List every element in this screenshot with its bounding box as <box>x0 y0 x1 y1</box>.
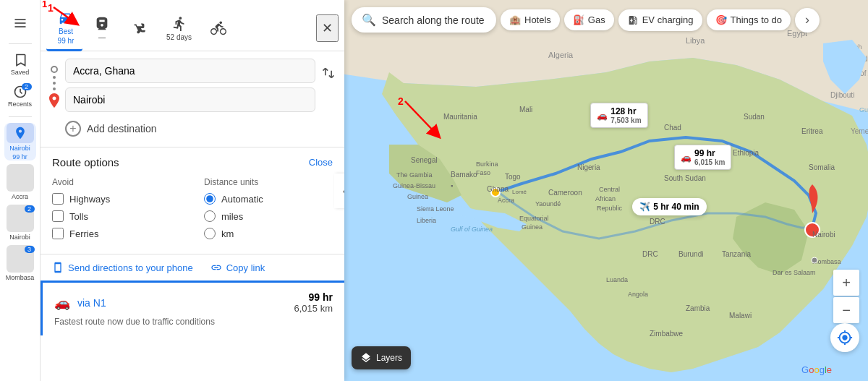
svg-text:Ghana: Ghana <box>487 185 509 193</box>
sidebar-item-mombasa[interactable]: Mombasa 3 <box>4 244 36 282</box>
layers-icon <box>360 352 372 364</box>
distance-miles-label: miles <box>221 211 243 222</box>
more-chips-button[interactable]: › <box>795 8 820 33</box>
distance-automatic-label: Automatic <box>221 194 263 205</box>
sidebar-nairobi-label: Nairobi <box>9 145 30 152</box>
map-background: Algeria Libya Egypt Mauritania Mali Nige… <box>344 0 868 381</box>
distance-km-label: km <box>221 228 234 239</box>
copy-link-button[interactable]: Copy link <box>210 262 265 273</box>
things-to-do-chip[interactable]: 🎯 Things to do <box>707 9 791 30</box>
swap-directions-button[interactable] <box>321 59 336 83</box>
things-label: Things to do <box>731 14 783 25</box>
svg-text:Chad: Chad <box>664 124 681 132</box>
avoid-highways-checkbox[interactable] <box>52 193 64 205</box>
add-destination-button[interactable]: + Add destination <box>65 118 315 140</box>
my-location-button[interactable] <box>830 323 859 352</box>
transport-mode-motorcycle[interactable] <box>122 16 158 40</box>
route-options-close[interactable]: Close <box>309 157 333 168</box>
sidebar-recents-label: Recents <box>8 100 32 108</box>
gas-label: Gas <box>588 14 605 25</box>
flight-duration: 5 hr 40 min <box>653 202 699 212</box>
svg-text:African: African <box>595 195 616 202</box>
collapse-panel-button[interactable]: ‹ <box>334 174 344 208</box>
location-icon <box>837 330 853 346</box>
svg-text:Accra: Accra <box>498 197 514 204</box>
route-distance: 6,015 km <box>294 303 333 314</box>
label2-distance: 6,015 km <box>694 158 725 166</box>
sidebar-item-recents[interactable]: Recents 2 <box>6 82 35 111</box>
svg-text:Lomé: Lomé <box>512 189 527 195</box>
gas-icon: ⛽ <box>573 14 584 25</box>
label2-duration: 99 hr <box>694 148 725 158</box>
avoid-ferries-item[interactable]: Ferries <box>52 228 181 239</box>
svg-text:Algeria: Algeria <box>548 51 574 59</box>
svg-text:Gulf of Aden: Gulf of Aden <box>859 106 868 114</box>
sidebar-accra-label: Accra <box>12 193 28 200</box>
sidebar-item-menu[interactable] <box>6 9 35 38</box>
zoom-in-button[interactable]: + <box>833 270 859 296</box>
sidebar-divider-2 <box>9 116 32 117</box>
sidebar-item-nairobi2[interactable]: Nairobi 2 <box>4 204 36 241</box>
avoid-highways-item[interactable]: Highways <box>52 193 181 205</box>
nairobi2-badge: 2 <box>25 205 35 213</box>
transport-mode-bicycle[interactable] <box>200 16 237 40</box>
distance-column: Distance units Automatic miles km <box>204 177 333 245</box>
google-g2: g <box>820 364 825 375</box>
avoid-tolls-checkbox[interactable] <box>52 210 64 222</box>
sidebar-item-saved[interactable]: Saved <box>6 50 35 79</box>
zoom-out-button[interactable]: − <box>833 297 859 323</box>
svg-text:Libya: Libya <box>686 36 705 45</box>
svg-text:Guinea-Bissau: Guinea-Bissau <box>393 182 435 189</box>
layers-button[interactable]: Layers <box>352 346 411 369</box>
svg-text:Bamako: Bamako <box>451 171 477 179</box>
distance-automatic-item[interactable]: Automatic <box>204 193 333 205</box>
add-icon: + <box>65 121 81 137</box>
origin-input[interactable] <box>65 59 315 83</box>
avoid-ferries-checkbox[interactable] <box>52 228 64 239</box>
send-directions-button[interactable]: Send directions to your phone <box>52 262 193 273</box>
route-description: Fastest route now due to traffic conditi… <box>54 317 333 327</box>
svg-text:Ethiopia: Ethiopia <box>733 149 760 157</box>
distance-automatic-radio[interactable] <box>204 193 216 205</box>
route-dot-2 <box>53 82 56 85</box>
ev-charging-chip[interactable]: EV charging <box>618 9 702 31</box>
svg-text:Malawi: Malawi <box>729 312 752 320</box>
svg-text:Equatorial: Equatorial <box>519 215 549 222</box>
route-result[interactable]: 🚗 via N1 99 hr 6,015 km Fastest route no… <box>41 281 344 335</box>
gas-chip[interactable]: ⛽ Gas <box>564 9 614 30</box>
svg-text:Tanzania: Tanzania <box>722 250 751 258</box>
route-via-label: via N1 <box>77 297 106 309</box>
svg-text:Zimbabwe: Zimbabwe <box>650 330 684 338</box>
map-controls: + − <box>833 270 859 323</box>
hotels-chip[interactable]: 🏨 Hotels <box>501 9 560 30</box>
hotels-icon: 🏨 <box>509 14 521 25</box>
distance-km-item[interactable]: km <box>204 228 333 239</box>
avoid-tolls-item[interactable]: Tolls <box>52 210 181 222</box>
destination-pin-icon <box>49 93 59 108</box>
close-directions-button[interactable]: ✕ <box>316 14 339 42</box>
sidebar-item-accra[interactable]: Accra <box>4 163 36 201</box>
transport-mode-walk[interactable]: 52 days <box>159 12 199 46</box>
search-along-route-bar[interactable]: 🔍 Search along the route <box>352 7 496 33</box>
svg-text:Nairobi: Nairobi <box>812 231 835 239</box>
things-icon: 🎯 <box>715 14 727 25</box>
map-area: Algeria Libya Egypt Mauritania Mali Nige… <box>344 0 868 381</box>
transport-modes-bar: 1 1 Best 99 hr — <box>41 0 344 51</box>
distance-km-radio[interactable] <box>204 228 216 239</box>
route-label-128hr: 🚗 128 hr 7,503 km <box>590 103 647 128</box>
distance-miles-item[interactable]: miles <box>204 210 333 222</box>
svg-text:South Sudan: South Sudan <box>664 174 706 182</box>
distance-miles-radio[interactable] <box>204 210 216 222</box>
layers-label: Layers <box>376 353 402 363</box>
svg-text:Zambia: Zambia <box>686 304 710 312</box>
route-options-header: Route options Close <box>52 156 333 168</box>
inputs-section: + Add destination <box>41 51 344 147</box>
svg-text:Yaoundé: Yaoundé <box>535 200 561 207</box>
distance-title: Distance units <box>204 177 333 187</box>
sidebar-item-nairobi[interactable]: Nairobi 99 hr <box>4 123 36 160</box>
route-time-distance: 99 hr 6,015 km <box>294 291 333 314</box>
drive-mode-sublabel: 99 hr <box>58 37 75 45</box>
destination-input[interactable] <box>65 87 315 112</box>
sidebar-nairobi-duration: 99 hr <box>12 153 27 160</box>
sidebar-nairobi2-label: Nairobi <box>9 234 30 241</box>
